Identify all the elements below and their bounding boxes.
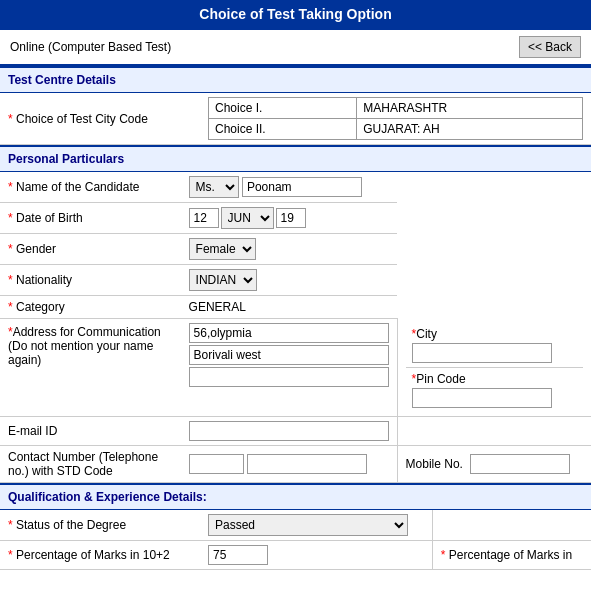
degree-right — [432, 510, 591, 541]
contact-num-input[interactable] — [247, 454, 367, 474]
category-field-cell: GENERAL — [181, 296, 398, 319]
email-label: E-mail ID — [0, 416, 181, 445]
mobile-cell: Mobile No. — [397, 445, 591, 482]
page-title: Choice of Test Taking Option — [0, 0, 591, 28]
test-mode-label: Online (Computer Based Test) — [10, 40, 171, 54]
back-button[interactable]: << Back — [519, 36, 581, 58]
marks-10-label: * Percentage of Marks in 10+2 — [0, 540, 200, 569]
gender-field-cell: Female Male Other — [181, 234, 398, 265]
personal-table: * Name of the Candidate Ms. Mr. Mrs. Dr.… — [0, 172, 591, 483]
degree-status-select[interactable]: Passed Appearing Awaited — [208, 514, 408, 536]
test-centre-header: Test Centre Details — [0, 66, 591, 93]
nationality-field-cell: INDIAN OTHER — [181, 265, 398, 296]
email-right — [397, 416, 591, 445]
mobile-label: Mobile No. — [406, 457, 463, 471]
dob-day-input[interactable] — [189, 208, 219, 228]
dob-label: * Date of Birth — [0, 203, 181, 234]
address-line2-input[interactable] — [189, 345, 389, 365]
category-label: * Category — [0, 296, 181, 319]
choice1-label: Choice I. — [209, 98, 357, 119]
contact-field-cell — [181, 445, 398, 482]
gender-label: * Gender — [0, 234, 181, 265]
nationality-label: * Nationality — [0, 265, 181, 296]
address-line1-input[interactable] — [189, 323, 389, 343]
pin-label: Pin Code — [416, 372, 465, 386]
dob-field-cell: JANFEBMARAPR MAYJUNJULAUG SEPOCTNOVDEC — [181, 203, 398, 234]
category-value: GENERAL — [189, 300, 246, 314]
degree-status-label: * Status of the Degree — [0, 510, 200, 541]
marks-10-cell — [200, 540, 432, 569]
address-line3-input[interactable] — [189, 367, 389, 387]
name-input[interactable] — [242, 177, 362, 197]
top-bar: Online (Computer Based Test) << Back — [0, 28, 591, 66]
contact-label: Contact Number (Telephone no.) with STD … — [0, 445, 181, 482]
choice2-value: GUJARAT: AH — [357, 119, 583, 140]
dob-year-input[interactable] — [276, 208, 306, 228]
address-input-cell — [181, 319, 398, 417]
email-field-cell — [181, 416, 398, 445]
name-title-select[interactable]: Ms. Mr. Mrs. Dr. — [189, 176, 239, 198]
email-input[interactable] — [189, 421, 389, 441]
city-code-choices: Choice I. MAHARASHTR Choice II. GUJARAT:… — [200, 93, 591, 145]
personal-header: Personal Particulars — [0, 145, 591, 172]
name-label: * Name of the Candidate — [0, 172, 181, 203]
marks-10-input[interactable] — [208, 545, 268, 565]
test-centre-table: * Choice of Test City Code Choice I. MAH… — [0, 93, 591, 145]
pin-input[interactable] — [412, 388, 552, 408]
name-field-cell: Ms. Mr. Mrs. Dr. — [181, 172, 398, 203]
mobile-input[interactable] — [470, 454, 570, 474]
choice2-label: Choice II. — [209, 119, 357, 140]
address-label: *Address for Communication (Do not menti… — [0, 319, 181, 417]
city-input[interactable] — [412, 343, 552, 363]
gender-select[interactable]: Female Male Other — [189, 238, 256, 260]
contact-std-input[interactable] — [189, 454, 244, 474]
qualification-table: * Status of the Degree Passed Appearing … — [0, 510, 591, 570]
city-pin-cell: *City *Pin Code — [397, 319, 591, 417]
qualification-header: Qualification & Experience Details: — [0, 483, 591, 510]
choice1-value: MAHARASHTR — [357, 98, 583, 119]
dob-month-select[interactable]: JANFEBMARAPR MAYJUNJULAUG SEPOCTNOVDEC — [221, 207, 274, 229]
city-code-label: * Choice of Test City Code — [0, 93, 200, 145]
city-label: City — [416, 327, 437, 341]
marks-percent-label: Percentage of Marks in — [449, 548, 572, 562]
marks-percent-cell: * Percentage of Marks in — [432, 540, 591, 569]
nationality-select[interactable]: INDIAN OTHER — [189, 269, 257, 291]
degree-status-cell: Passed Appearing Awaited — [200, 510, 432, 541]
